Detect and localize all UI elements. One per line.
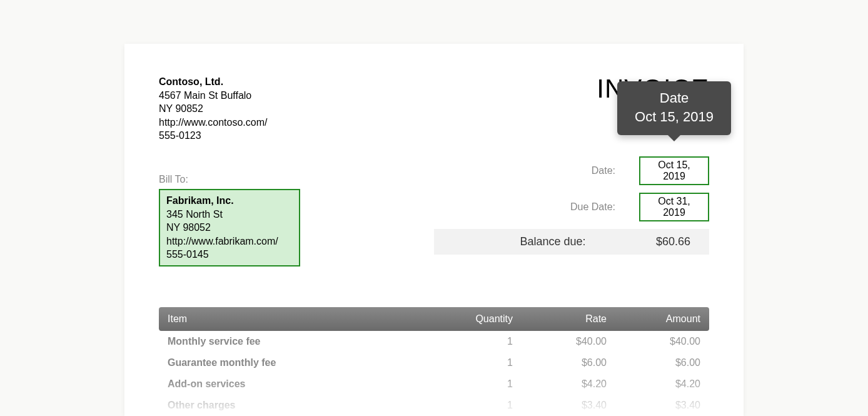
invoice-document: Contoso, Ltd. 4567 Main St Buffalo NY 90… xyxy=(124,44,744,416)
sender-name: Contoso, Ltd. xyxy=(159,75,267,89)
row-item: Add-on services xyxy=(168,378,431,390)
row-rate: $4.20 xyxy=(513,378,607,390)
row-quantity: 1 xyxy=(431,400,513,411)
bill-to-website: http://www.fabrikam.com/ xyxy=(166,235,293,248)
due-date-label: Due Date: xyxy=(570,201,615,213)
table-row: Other charges 1 $3.40 $3.40 xyxy=(159,395,709,416)
row-quantity: 1 xyxy=(431,357,513,368)
due-date-value-highlighted[interactable]: Oct 31, 2019 xyxy=(639,193,709,221)
line-items-table: Item Quantity Rate Amount Monthly servic… xyxy=(159,307,709,416)
tooltip-title: Date xyxy=(635,90,714,106)
sender-phone: 555-0123 xyxy=(159,129,267,143)
bill-to-street: 345 North St xyxy=(166,208,293,221)
bill-to-phone: 555-0145 xyxy=(166,248,293,261)
date-row: Date: Oct 15, 2019 xyxy=(434,156,709,185)
sender-city-zip: NY 90852 xyxy=(159,102,267,116)
table-row: Guarantee monthly fee 1 $6.00 $6.00 xyxy=(159,352,709,373)
row-quantity: 1 xyxy=(431,378,513,390)
row-quantity: 1 xyxy=(431,336,513,347)
due-date-row: Due Date: Oct 31, 2019 xyxy=(434,193,709,221)
balance-due-value: $60.66 xyxy=(634,235,690,248)
row-amount: $3.40 xyxy=(607,400,700,411)
row-rate: $6.00 xyxy=(513,357,607,368)
tooltip-value: Oct 15, 2019 xyxy=(635,109,714,125)
date-tooltip: Date Oct 15, 2019 xyxy=(617,81,731,135)
bill-to-name: Fabrikam, Inc. xyxy=(166,194,293,208)
tooltip-arrow-icon xyxy=(667,134,682,141)
row-amount: $4.20 xyxy=(607,378,700,390)
header-item: Item xyxy=(168,313,431,325)
table-row: Monthly service fee 1 $40.00 $40.00 xyxy=(159,331,709,352)
balance-due-row: Balance due: $60.66 xyxy=(434,229,709,255)
sender-street: 4567 Main St Buffalo xyxy=(159,89,267,103)
invoice-meta: Date: Oct 15, 2019 Due Date: Oct 31, 201… xyxy=(434,156,709,255)
row-rate: $3.40 xyxy=(513,400,607,411)
row-item: Guarantee monthly fee xyxy=(168,357,431,368)
row-amount: $40.00 xyxy=(607,336,700,347)
date-value-highlighted[interactable]: Oct 15, 2019 xyxy=(639,156,709,185)
table-row: Add-on services 1 $4.20 $4.20 xyxy=(159,373,709,395)
sender-block: Contoso, Ltd. 4567 Main St Buffalo NY 90… xyxy=(159,75,267,143)
header-amount: Amount xyxy=(607,313,700,325)
bill-to-highlighted-box[interactable]: Fabrikam, Inc. 345 North St NY 98052 htt… xyxy=(159,189,300,266)
header-rate: Rate xyxy=(513,313,607,325)
header-quantity: Quantity xyxy=(431,313,513,325)
table-header-row: Item Quantity Rate Amount xyxy=(159,307,709,331)
sender-website: http://www.contoso.com/ xyxy=(159,116,267,129)
bill-to-city-zip: NY 98052 xyxy=(166,221,293,235)
row-item: Monthly service fee xyxy=(168,336,431,347)
row-item: Other charges xyxy=(168,400,431,411)
date-label: Date: xyxy=(592,165,615,176)
row-amount: $6.00 xyxy=(607,357,700,368)
balance-due-label: Balance due: xyxy=(434,235,634,248)
row-rate: $40.00 xyxy=(513,336,607,347)
